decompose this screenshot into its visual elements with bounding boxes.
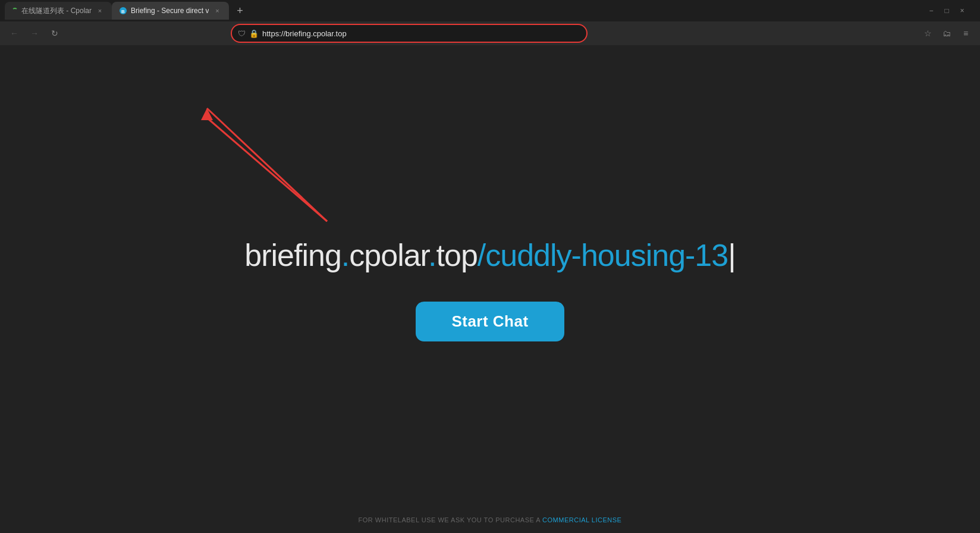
footer-text: FOR WHITELABEL USE WE ASK YOU TO PURCHAS…	[359, 516, 541, 523]
domain-dot-1: .	[341, 238, 349, 272]
forward-button[interactable]: →	[26, 25, 43, 42]
lock-icon: 🔒	[249, 29, 259, 38]
tab-bar: 在线隧道列表 - Cpolar × B Briefing - Secure di…	[0, 0, 980, 21]
tab-2-title: Briefing - Secure direct v	[131, 7, 209, 15]
commercial-license-link[interactable]: COMMERCIAL LICENSE	[542, 516, 621, 523]
text-cursor: |	[728, 238, 736, 272]
address-bar[interactable]: 🛡 🔒 https://briefing.cpolar.top	[231, 24, 588, 43]
domain-base: briefing	[244, 238, 341, 272]
domain-cpolar: cpolar	[349, 238, 428, 272]
tab-2[interactable]: B Briefing - Secure direct v ×	[112, 2, 229, 20]
address-bar-text: https://briefing.cpolar.top	[262, 29, 580, 38]
svg-line-4	[207, 118, 327, 221]
domain-slash: /	[478, 238, 485, 272]
tab-2-close-button[interactable]: ×	[212, 6, 222, 15]
more-menu-button[interactable]: ≡	[957, 25, 974, 42]
minimize-button[interactable]: −	[925, 5, 937, 17]
nav-bar: ← → ↻ 🛡 🔒 https://briefing.cpolar.top ☆ …	[0, 21, 980, 45]
svg-marker-3	[201, 108, 213, 120]
tab-2-favicon: B	[119, 7, 127, 15]
domain-path: cuddly-housing-13	[485, 238, 728, 272]
shield-icon: 🛡	[238, 29, 246, 38]
tab-1-loading-icon	[12, 8, 18, 14]
bookmark-button[interactable]: ☆	[919, 25, 936, 42]
domain-display: briefing.cpolar.top/cuddly-housing-13|	[244, 237, 735, 273]
footer: FOR WHITELABEL USE WE ASK YOU TO PURCHAS…	[359, 516, 622, 523]
address-bar-wrapper: 🛡 🔒 https://briefing.cpolar.top	[231, 24, 588, 43]
start-chat-button[interactable]: Start Chat	[416, 302, 564, 341]
back-button[interactable]: ←	[6, 25, 23, 42]
maximize-button[interactable]: □	[941, 5, 953, 17]
tab-1-close-button[interactable]: ×	[95, 6, 105, 15]
tab-1-title: 在线隧道列表 - Cpolar	[21, 6, 92, 16]
close-button[interactable]: ×	[956, 5, 968, 17]
browser-chrome: 在线隧道列表 - Cpolar × B Briefing - Secure di…	[0, 0, 980, 45]
domain-dot-2: .	[428, 238, 436, 272]
domain-top: top	[436, 238, 478, 272]
pocket-button[interactable]: 🗂	[938, 25, 955, 42]
svg-text:B: B	[121, 9, 125, 14]
main-content: briefing.cpolar.top/cuddly-housing-13| S…	[0, 45, 980, 533]
address-url: https://briefing.cpolar.top	[262, 29, 347, 38]
tab-1[interactable]: 在线隧道列表 - Cpolar ×	[5, 2, 112, 20]
new-tab-button[interactable]: +	[231, 2, 248, 19]
nav-right-buttons: ☆ 🗂 ≡	[919, 25, 974, 42]
window-controls: − □ ×	[925, 5, 975, 17]
reload-button[interactable]: ↻	[46, 25, 63, 42]
svg-line-2	[207, 108, 327, 221]
